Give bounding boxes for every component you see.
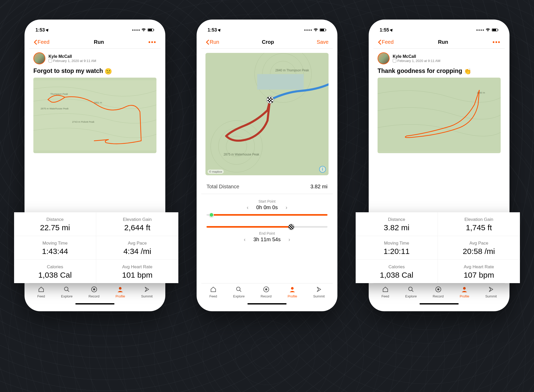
- wifi-icon: [313, 28, 318, 32]
- nav-bar: Feed Run •••: [373, 36, 505, 49]
- chevron-left-icon: [205, 40, 209, 45]
- crop-map[interactable]: 2840 m Thompson Peak 2875 m Waterhouse P…: [205, 53, 329, 175]
- tab-summit[interactable]: Summit: [313, 285, 325, 301]
- battery-icon: [148, 28, 154, 32]
- back-label: Feed: [382, 39, 394, 45]
- stat-avg-hr: Avg Heart Rate107 bpm: [438, 260, 520, 283]
- nav-title: Run: [438, 39, 448, 45]
- profile-icon: [288, 285, 296, 293]
- tab-profile[interactable]: Profile: [460, 285, 469, 301]
- tab-feed[interactable]: Feed: [209, 285, 217, 301]
- activity-date: February 1, 2020 at 9:11 AM: [397, 59, 440, 63]
- tab-summit[interactable]: Summit: [485, 285, 497, 301]
- tab-record[interactable]: Record: [433, 285, 444, 301]
- svg-rect-3: [33, 80, 156, 150]
- cellular-icon: [304, 29, 312, 31]
- stat-avg-pace: Avg Pace20:58 /mi: [438, 236, 520, 260]
- end-next-button[interactable]: ›: [288, 237, 290, 242]
- total-distance-value: 3.82 mi: [310, 184, 327, 190]
- activity-map[interactable]: Thompson Peak 2875 m Waterhouse Peak 274…: [33, 78, 156, 153]
- activity-title: Forgot to stop my watch 😕: [29, 66, 161, 78]
- tab-explore[interactable]: Explore: [405, 285, 417, 301]
- tab-explore[interactable]: Explore: [233, 285, 245, 301]
- svg-rect-14: [320, 29, 324, 31]
- tab-record[interactable]: Record: [261, 285, 272, 301]
- svg-point-8: [64, 287, 68, 291]
- svg-rect-15: [326, 29, 326, 31]
- tab-summit[interactable]: Summit: [141, 285, 153, 301]
- home-icon: [209, 285, 217, 293]
- tab-profile[interactable]: Profile: [288, 285, 297, 301]
- status-time: 1:53: [35, 27, 49, 33]
- chevron-left-icon: [378, 40, 381, 45]
- home-indicator: [420, 303, 459, 304]
- start-next-button[interactable]: ›: [286, 204, 287, 210]
- start-slider-knob[interactable]: [209, 213, 214, 217]
- phone-crop: 1:53 Run Crop Save: [197, 20, 337, 311]
- status-time: 1:53: [208, 27, 221, 33]
- svg-rect-1: [148, 29, 152, 31]
- end-slider[interactable]: [207, 226, 327, 228]
- back-label: Run: [210, 39, 219, 45]
- home-indicator: [75, 303, 114, 304]
- end-slider-knob[interactable]: [288, 224, 294, 230]
- avatar: [378, 52, 390, 64]
- cellular-icon: [132, 29, 140, 31]
- svg-line-28: [240, 290, 241, 292]
- back-button[interactable]: Feed: [378, 39, 394, 45]
- back-label: Feed: [38, 39, 50, 45]
- svg-point-27: [236, 287, 240, 291]
- svg-line-38: [412, 290, 413, 292]
- more-button[interactable]: •••: [148, 39, 156, 46]
- user-name: Kyle McCall: [48, 54, 96, 59]
- phone-before: 1:53 Feed Run ••• Kyle McCall: [25, 20, 165, 311]
- user-row[interactable]: Kyle McCall February 1, 2020 at 9:11 AM: [373, 49, 505, 66]
- activity-title: Thank goodness for cropping 👏: [373, 66, 505, 78]
- emoji-icon: 😕: [105, 68, 112, 75]
- summit-icon: [143, 285, 151, 293]
- profile-icon: [460, 285, 468, 293]
- search-icon: [407, 285, 415, 293]
- stat-calories: Calories1,038 Cal: [14, 260, 96, 283]
- user-row[interactable]: Kyle McCall February 1, 2020 at 9:11 AM: [29, 49, 161, 66]
- svg-point-41: [463, 287, 466, 290]
- start-prev-button[interactable]: ‹: [247, 204, 248, 210]
- tab-explore[interactable]: Explore: [61, 285, 72, 301]
- more-button[interactable]: •••: [493, 39, 501, 46]
- user-name: Kyle McCall: [393, 54, 440, 59]
- stat-moving-time: Moving Time1:43:44: [14, 236, 96, 260]
- save-button[interactable]: Save: [317, 39, 329, 45]
- cellular-icon: [476, 29, 484, 31]
- back-button[interactable]: Feed: [33, 39, 50, 45]
- tab-record[interactable]: Record: [89, 285, 100, 301]
- stats-card: Distance3.82 mi Elevation Gain1,745 ft M…: [356, 212, 520, 283]
- svg-rect-16: [205, 53, 329, 175]
- stat-avg-pace: Avg Pace4:34 /mi: [96, 236, 178, 260]
- record-icon: [90, 285, 98, 293]
- stat-avg-hr: Avg Heart Rate101 bpm: [96, 260, 178, 283]
- start-slider[interactable]: [207, 214, 327, 216]
- back-button[interactable]: Run: [205, 39, 219, 45]
- map-info-button[interactable]: i: [319, 166, 326, 173]
- status-bar: 1:55: [373, 24, 505, 36]
- svg-rect-33: [492, 29, 496, 31]
- activity-map[interactable]: 2360 m: [378, 78, 501, 153]
- battery-icon: [492, 28, 499, 32]
- end-prev-button[interactable]: ‹: [244, 237, 246, 242]
- tab-feed[interactable]: Feed: [381, 285, 389, 301]
- record-icon: [434, 285, 442, 293]
- svg-point-31: [291, 287, 294, 290]
- stat-calories: Calories1,038 Cal: [356, 260, 438, 283]
- svg-text:2875 m Waterhouse Peak: 2875 m Waterhouse Peak: [41, 107, 69, 110]
- stat-distance: Distance22.75 mi: [14, 212, 96, 236]
- search-icon: [63, 285, 71, 293]
- status-bar: 1:53: [29, 24, 161, 36]
- svg-line-9: [68, 290, 69, 292]
- tab-feed[interactable]: Feed: [37, 285, 45, 301]
- avatar: [33, 52, 45, 64]
- start-point-label: Start Point: [207, 199, 327, 203]
- total-distance-row: Total Distance 3.82 mi: [201, 179, 333, 194]
- svg-rect-23: [257, 74, 304, 89]
- stage: 1:53 Feed Run ••• Kyle McCall: [0, 0, 534, 392]
- tab-profile[interactable]: Profile: [116, 285, 125, 301]
